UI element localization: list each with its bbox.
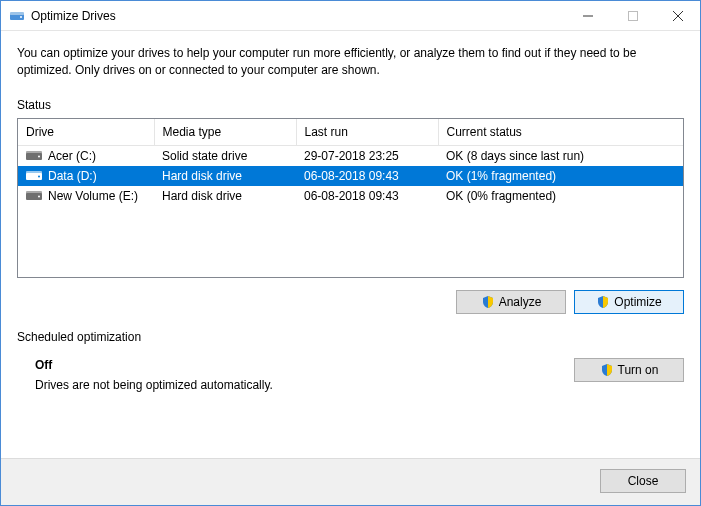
turn-on-button[interactable]: Turn on: [574, 358, 684, 382]
drives-table: Drive Media type Last run Current status…: [17, 118, 684, 278]
maximize-button[interactable]: [610, 1, 655, 31]
drive-name: Data (D:): [48, 169, 97, 183]
svg-point-6: [38, 155, 40, 157]
drive-status: OK (1% fragmented): [438, 166, 683, 186]
close-button[interactable]: [655, 1, 700, 31]
footer: Close: [1, 458, 700, 505]
drive-icon: [26, 150, 42, 162]
drive-lastrun: 29-07-2018 23:25: [296, 145, 438, 166]
optimize-button[interactable]: Optimize: [574, 290, 684, 314]
window-title: Optimize Drives: [31, 9, 116, 23]
drive-cell: Acer (C:): [26, 149, 146, 163]
scheduled-state: Off: [35, 358, 544, 372]
drive-name: New Volume (E:): [48, 189, 138, 203]
col-status[interactable]: Current status: [438, 119, 683, 146]
drive-media: Hard disk drive: [154, 186, 296, 206]
action-buttons: Analyze Optimize: [17, 290, 684, 314]
shield-icon: [600, 363, 614, 377]
svg-point-12: [38, 195, 40, 197]
shield-icon: [596, 295, 610, 309]
app-icon: [9, 8, 25, 24]
svg-rect-8: [26, 171, 42, 174]
content-area: You can optimize your drives to help you…: [1, 31, 700, 458]
scheduled-section: Scheduled optimization Off Drives are no…: [17, 330, 684, 392]
close-dialog-button[interactable]: Close: [600, 469, 686, 493]
table-row[interactable]: Data (D:)Hard disk drive06-08-2018 09:43…: [18, 166, 683, 186]
shield-icon: [481, 295, 495, 309]
drive-media: Solid state drive: [154, 145, 296, 166]
turn-on-label: Turn on: [618, 363, 659, 377]
titlebar: Optimize Drives: [1, 1, 700, 31]
table-row[interactable]: New Volume (E:)Hard disk drive06-08-2018…: [18, 186, 683, 206]
scheduled-label: Scheduled optimization: [17, 330, 684, 344]
description-text: You can optimize your drives to help you…: [17, 45, 684, 80]
table-row[interactable]: Acer (C:)Solid state drive29-07-2018 23:…: [18, 145, 683, 166]
table-header-row: Drive Media type Last run Current status: [18, 119, 683, 146]
scheduled-message: Drives are not being optimized automatic…: [35, 378, 544, 392]
drive-cell: Data (D:): [26, 169, 146, 183]
col-lastrun[interactable]: Last run: [296, 119, 438, 146]
svg-rect-5: [26, 151, 42, 154]
drive-media: Hard disk drive: [154, 166, 296, 186]
svg-point-9: [38, 175, 40, 177]
drive-icon: [26, 170, 42, 182]
svg-point-2: [20, 16, 22, 18]
svg-rect-1: [10, 12, 24, 15]
status-label: Status: [17, 98, 684, 112]
drive-status: OK (0% fragmented): [438, 186, 683, 206]
svg-rect-3: [628, 11, 637, 20]
drive-lastrun: 06-08-2018 09:43: [296, 186, 438, 206]
drive-status: OK (8 days since last run): [438, 145, 683, 166]
svg-rect-11: [26, 191, 42, 194]
analyze-label: Analyze: [499, 295, 542, 309]
col-media[interactable]: Media type: [154, 119, 296, 146]
minimize-button[interactable]: [565, 1, 610, 31]
drive-cell: New Volume (E:): [26, 189, 146, 203]
analyze-button[interactable]: Analyze: [456, 290, 566, 314]
optimize-label: Optimize: [614, 295, 661, 309]
close-label: Close: [628, 474, 659, 488]
drive-icon: [26, 190, 42, 202]
col-drive[interactable]: Drive: [18, 119, 154, 146]
drive-lastrun: 06-08-2018 09:43: [296, 166, 438, 186]
drive-name: Acer (C:): [48, 149, 96, 163]
